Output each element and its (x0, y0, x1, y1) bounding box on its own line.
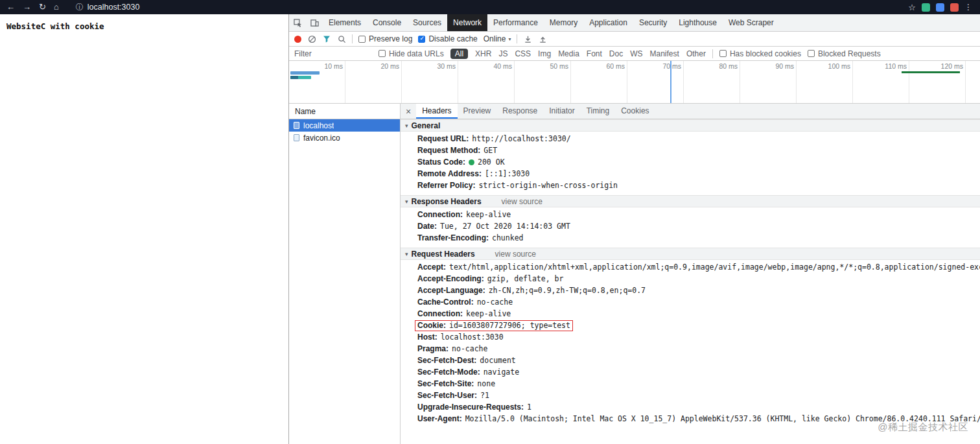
request-type-filter[interactable]: Img (538, 49, 551, 58)
section-request-headers-header[interactable]: ▾ Request Headers view source (401, 248, 980, 260)
detail-tab[interactable]: Headers (416, 104, 457, 119)
view-source-link[interactable]: view source (502, 197, 542, 206)
preserve-log-checkbox[interactable]: Preserve log (358, 34, 412, 43)
hide-data-urls-checkbox[interactable]: Hide data URLs (379, 49, 444, 58)
header-row: Accept:text/html,application/xhtml+xml,a… (401, 261, 980, 273)
devtools-tab[interactable]: Memory (544, 14, 583, 31)
header-key: Accept-Language: (417, 286, 485, 295)
timeline-tick: 100 ms (797, 61, 853, 103)
timeline-tick-label: 50 ms (550, 62, 568, 70)
throttling-value: Online (484, 34, 506, 43)
request-type-filter[interactable]: Manifest (650, 49, 679, 58)
header-row: Sec-Fetch-Mode:navigate (401, 366, 980, 378)
header-row: Pragma:no-cache (401, 343, 980, 355)
forward-icon[interactable]: → (23, 0, 31, 14)
devtools-tab[interactable]: Console (367, 14, 407, 31)
section-response-headers-header[interactable]: ▾ Response Headers view source (401, 195, 980, 207)
detail-tabbar: × Headers Preview Response Initiator (401, 104, 980, 119)
request-type-filter[interactable]: XHR (475, 49, 491, 58)
request-rows: localhost favicon.ico (289, 119, 400, 144)
overview-request-line (902, 71, 960, 73)
blocked-requests-checkbox[interactable]: Blocked Requests (808, 49, 881, 58)
request-type-filter[interactable]: JS (498, 49, 508, 58)
devtools-tab[interactable]: Lighthouse (673, 14, 723, 31)
request-type-filter[interactable]: Other (686, 49, 706, 58)
timeline-tick: 110 ms (853, 61, 909, 103)
request-type-filter[interactable]: All (450, 49, 468, 59)
disable-cache-checkbox[interactable]: Disable cache (418, 34, 477, 43)
browser-menu-icon[interactable]: ⋮ (964, 3, 972, 12)
header-value: ?1 (480, 391, 489, 400)
extension-icon-3[interactable] (950, 3, 959, 12)
header-row: Date:Tue, 27 Oct 2020 14:14:03 GMT (401, 220, 980, 232)
header-row: Accept-Language:zh-CN,zh;q=0.9,zh-TW;q=0… (401, 285, 980, 296)
header-key: Upgrade-Insecure-Requests: (417, 403, 524, 412)
request-type-filter[interactable]: WS (630, 49, 642, 58)
has-blocked-cookies-checkbox[interactable]: Has blocked cookies (719, 49, 801, 58)
network-overview[interactable]: 10 ms 20 ms 30 ms 40 ms (289, 61, 980, 104)
header-row: Sec-Fetch-User:?1 (401, 390, 980, 401)
header-row: Referrer Policy:strict-origin-when-cross… (401, 180, 980, 191)
header-key: Request Method: (417, 146, 480, 155)
detail-tab[interactable]: Initiator (543, 104, 580, 119)
export-har-icon[interactable] (538, 34, 547, 43)
bookmark-star-icon[interactable]: ☆ (908, 3, 916, 12)
devtools-tab[interactable]: Application (583, 14, 633, 31)
timeline-tick: 30 ms (402, 61, 458, 103)
throttling-select[interactable]: Online ▾ (484, 34, 511, 43)
filter-icon[interactable] (322, 34, 331, 43)
timeline-tick-label: 80 ms (719, 62, 738, 70)
checkbox-unchecked-icon (358, 36, 366, 43)
header-key: Connection: (417, 210, 463, 219)
request-type-filter[interactable]: Media (558, 49, 579, 58)
request-type-filter[interactable]: Doc (609, 49, 623, 58)
header-row: Status Code:200 OK (401, 156, 980, 168)
section-title: Response Headers (412, 197, 482, 206)
detail-tab[interactable]: Preview (458, 104, 497, 119)
import-har-icon[interactable] (523, 34, 532, 43)
devtools-tab[interactable]: Elements (323, 14, 367, 31)
request-type-filter[interactable]: CSS (515, 49, 531, 58)
extension-icon-1[interactable] (922, 3, 930, 12)
detail-tab[interactable]: Timing (581, 104, 616, 119)
header-row: Request URL:http://localhost:3030/ (401, 133, 980, 145)
chevron-down-icon: ▾ (508, 36, 511, 42)
record-network-log-icon[interactable] (294, 36, 301, 43)
address-bar[interactable]: ⓘ localhost:3030 (76, 2, 140, 13)
device-toolbar-icon[interactable] (306, 14, 323, 32)
request-header-items: Accept:text/html,application/xhtml+xml,a… (401, 260, 980, 425)
header-key: Remote Address: (417, 169, 482, 178)
reload-icon[interactable]: ↻ (39, 0, 46, 14)
section-general-header[interactable]: ▾ General (401, 119, 980, 132)
header-key: Sec-Fetch-Dest: (417, 356, 476, 365)
detail-tab[interactable]: Cookies (615, 104, 655, 119)
disclosure-triangle-icon: ▾ (405, 123, 408, 129)
devtools-tab[interactable]: Network (447, 14, 487, 31)
document-icon (294, 134, 299, 141)
filter-input[interactable] (294, 49, 372, 58)
devtools-tab[interactable]: Security (633, 14, 673, 31)
devtools-tab[interactable]: Sources (407, 14, 447, 31)
extension-icon-2[interactable] (936, 3, 944, 12)
status-ok-icon (469, 159, 474, 165)
devtools-tab[interactable]: Performance (487, 14, 544, 31)
close-details-icon[interactable]: × (401, 106, 416, 117)
detail-tab[interactable]: Response (496, 104, 543, 119)
request-row[interactable]: localhost (289, 119, 400, 132)
back-icon[interactable]: ← (6, 0, 15, 14)
header-key: Cookie: (417, 321, 446, 330)
preserve-log-label: Preserve log (369, 34, 412, 43)
header-row: Cache-Control:no-cache (401, 296, 980, 308)
requests-name-header[interactable]: Name (289, 104, 400, 119)
header-value: strict-origin-when-cross-origin (478, 181, 618, 190)
request-row[interactable]: favicon.ico (289, 132, 400, 144)
divider (712, 49, 713, 58)
inspect-element-icon[interactable] (289, 14, 306, 32)
search-icon[interactable] (337, 34, 346, 43)
site-info-icon[interactable]: ⓘ (76, 2, 84, 13)
devtools-tab[interactable]: Web Scraper (723, 14, 780, 31)
request-type-filter[interactable]: Font (587, 49, 602, 58)
home-icon[interactable]: ⌂ (54, 0, 59, 14)
view-source-link[interactable]: view source (495, 250, 536, 259)
clear-icon[interactable] (307, 34, 316, 43)
